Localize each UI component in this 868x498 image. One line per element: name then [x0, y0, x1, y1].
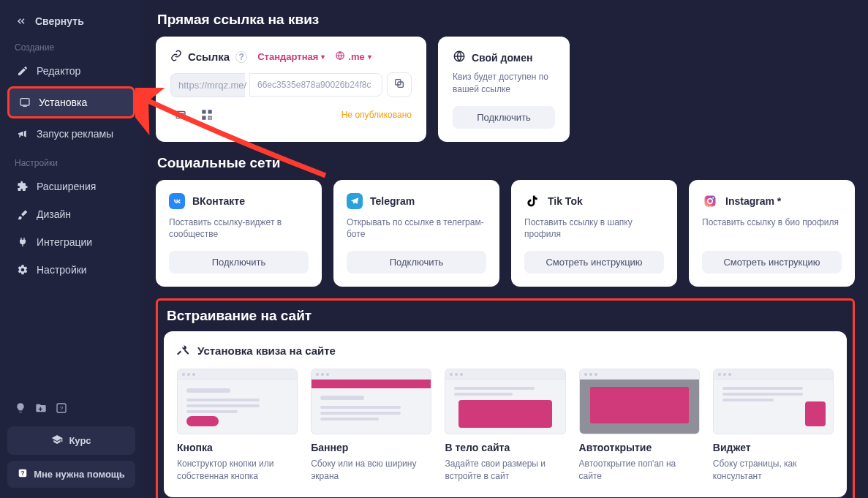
course-button[interactable]: Курс — [7, 426, 135, 455]
svg-rect-8 — [176, 111, 185, 118]
help-square-icon: ? — [18, 468, 28, 480]
embed-option-button[interactable]: Кнопка Конструктор кнопки или собственна… — [177, 369, 298, 483]
social-sub: Поставить ссылку в шапку профиля — [524, 216, 664, 241]
telegram-icon — [347, 193, 363, 209]
social-sub: Открывать по ссылке в телеграм-боте — [347, 216, 486, 241]
sidebar-item-label: Запуск рекламы — [37, 128, 113, 140]
embed-desc: Сбоку страницы, как консультант — [713, 458, 834, 483]
sidebar-item-extensions[interactable]: Расширения — [7, 173, 135, 200]
sidebar-bottom-icons: ? — [7, 398, 135, 420]
embed-desc: Автооткрытие поп'ап на сайте — [579, 458, 700, 483]
embed-thumb-autoopen — [579, 369, 700, 434]
globe-dark-icon — [453, 50, 466, 65]
qr-code-icon[interactable] — [197, 106, 217, 124]
sidebar-item-label: Установка — [39, 97, 87, 108]
embed-thumb-widget — [713, 369, 834, 434]
chain-link-icon — [170, 50, 182, 64]
link-prefix: https://mrqz.me/ — [170, 73, 245, 97]
chevron-down-icon: ▾ — [368, 53, 371, 61]
help-label: Мне нужна помощь — [34, 469, 125, 480]
sidebar: Свернуть Создание Редактор Установка Зап… — [0, 0, 143, 498]
help-button[interactable]: ? Мне нужна помощь — [7, 461, 135, 488]
chevron-down-icon: ▾ — [321, 53, 325, 61]
sidebar-item-ads[interactable]: Запуск рекламы — [7, 120, 135, 148]
section-title-socials: Социальные сети — [157, 155, 855, 171]
embed-option-autoopen[interactable]: Автооткрытие Автооткрытие поп'ап на сайт… — [579, 369, 700, 483]
social-card-tiktok: Tik Tok Поставить ссылку в шапку профиля… — [511, 180, 677, 287]
social-btn-vk[interactable]: Подключить — [169, 251, 309, 273]
link-label: Ссылка — [188, 50, 230, 63]
brush-icon — [16, 208, 29, 221]
gear-icon — [16, 263, 29, 276]
lightbulb-icon[interactable] — [15, 402, 26, 416]
open-link-icon[interactable] — [170, 106, 191, 124]
link-type-dropdown[interactable]: Стандартная ▾ — [257, 51, 325, 62]
social-btn-instagram[interactable]: Смотреть инструкцию — [702, 251, 842, 273]
embed-desc: Сбоку или на всю ширину экрана — [311, 458, 431, 483]
svg-rect-0 — [20, 99, 29, 105]
graduation-cap-icon — [51, 434, 63, 448]
svg-rect-15 — [211, 116, 212, 118]
embed-name: Баннер — [311, 442, 431, 453]
own-domain-sub: Квиз будет доступен по вашей ссылке — [453, 71, 555, 96]
main-content: Прямая ссылка на квиз Ссылка ? Стандартн… — [143, 0, 868, 498]
sidebar-item-install[interactable]: Установка — [7, 86, 135, 118]
chevron-double-left-icon — [15, 15, 28, 28]
svg-rect-9 — [202, 110, 205, 113]
sidebar-item-label: Настройки — [37, 264, 87, 276]
sidebar-item-editor[interactable]: Редактор — [7, 57, 135, 85]
sidebar-item-label: Расширения — [37, 181, 96, 192]
link-domain-label: .me — [348, 51, 364, 62]
copy-link-button[interactable] — [387, 72, 412, 97]
link-domain-dropdown[interactable]: .me ▾ — [335, 50, 371, 63]
social-sub: Поставить ссылку в био профиля — [702, 216, 842, 241]
link-id-input[interactable]: 66ec3535e878a90026b24f8c — [249, 73, 382, 97]
social-name: Telegram — [370, 195, 415, 207]
svg-rect-13 — [211, 118, 212, 120]
social-name: ВКонтакте — [192, 195, 245, 207]
section-label-settings: Настройки — [15, 158, 135, 168]
embed-option-widget[interactable]: Виджет Сбоку страницы, как консультант — [713, 369, 834, 483]
collapse-sidebar[interactable]: Свернуть — [7, 10, 135, 32]
sidebar-item-settings[interactable]: Настройки — [7, 256, 135, 284]
social-name: Instagram * — [725, 195, 781, 207]
embed-name: Виджет — [713, 442, 834, 453]
sidebar-item-integrations[interactable]: Интеграции — [7, 228, 135, 256]
question-square-icon[interactable]: ? — [56, 402, 67, 416]
svg-text:?: ? — [21, 470, 25, 477]
folder-plus-icon[interactable] — [35, 402, 47, 416]
vk-icon — [169, 193, 185, 209]
social-btn-tiktok[interactable]: Смотреть инструкцию — [524, 251, 664, 273]
embed-option-banner[interactable]: Баннер Сбоку или на всю ширину экрана — [311, 369, 431, 483]
connect-domain-button[interactable]: Подключить — [453, 106, 555, 129]
install-icon — [18, 96, 31, 109]
svg-rect-12 — [208, 116, 210, 118]
embed-name: В тело сайта — [445, 442, 565, 453]
embed-thumb-body — [445, 369, 565, 434]
puzzle-icon — [16, 180, 29, 193]
social-btn-telegram[interactable]: Подключить — [347, 251, 486, 273]
not-published-label: Не опубликовано — [341, 110, 412, 120]
svg-point-19 — [712, 197, 714, 198]
embed-option-body[interactable]: В тело сайта Задайте свои размеры и встр… — [445, 369, 565, 483]
section-title-direct-link: Прямая ссылка на квиз — [157, 12, 855, 28]
globe-icon — [335, 50, 345, 63]
sidebar-item-label: Редактор — [37, 65, 80, 77]
embed-highlight-wrap: Встраивание на сайт Установка квиза на с… — [156, 298, 855, 498]
embed-card-title: Установка квиза на сайте — [197, 344, 336, 357]
sidebar-item-design[interactable]: Дизайн — [7, 200, 135, 228]
copy-icon — [393, 78, 405, 92]
course-label: Курс — [69, 435, 91, 446]
svg-text:?: ? — [60, 405, 64, 412]
social-card-vk: ВКонтакте Поставить ссылку-виджет в сооб… — [156, 180, 322, 287]
megaphone-icon — [16, 127, 29, 140]
social-card-telegram: Telegram Открывать по ссылке в телеграм-… — [333, 180, 499, 287]
own-domain-title: Свой домен — [472, 52, 532, 64]
direct-link-card: Ссылка ? Стандартная ▾ .me ▾ https://mrq… — [156, 37, 426, 142]
help-tooltip-icon[interactable]: ? — [235, 51, 247, 63]
section-label-create: Создание — [15, 42, 135, 53]
instagram-icon — [702, 193, 718, 209]
social-name: Tik Tok — [548, 195, 583, 207]
sidebar-item-label: Интеграции — [37, 236, 92, 248]
embed-thumb-banner — [311, 369, 431, 434]
